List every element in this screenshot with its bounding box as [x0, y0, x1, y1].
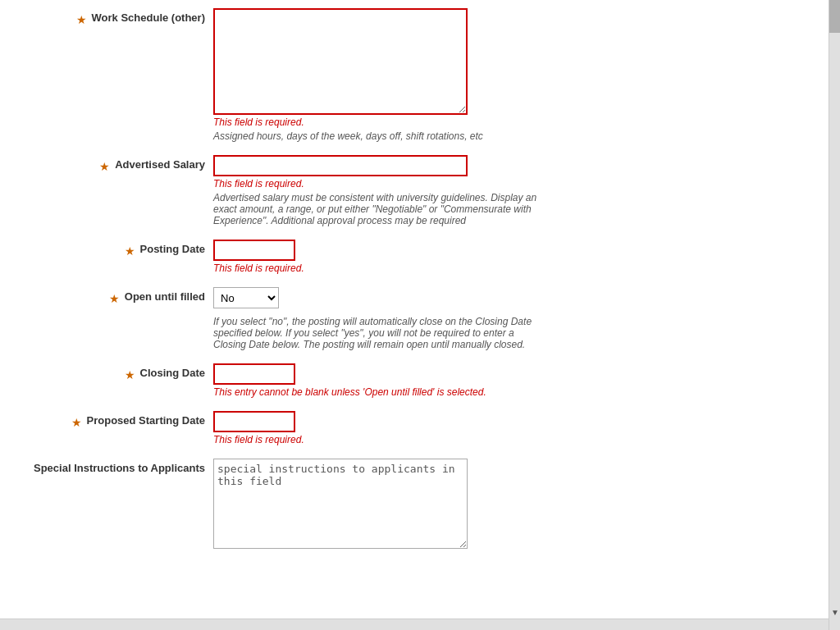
posting-date-error: This field is required.	[213, 262, 796, 274]
scrollbar-bottom[interactable]	[0, 619, 829, 630]
closing-date-input[interactable]	[213, 363, 295, 385]
work-schedule-textarea[interactable]	[213, 8, 468, 115]
scrollbar-right[interactable]: ▼	[829, 0, 840, 630]
special-instructions-label-col: ★ Special Instructions to Applicants	[16, 459, 213, 477]
page-wrapper: ★ Work Schedule (other) This field is re…	[0, 0, 840, 630]
work-schedule-row: ★ Work Schedule (other) This field is re…	[16, 8, 796, 142]
scrollbar-thumb[interactable]	[829, 0, 840, 33]
work-schedule-hint: Assigned hours, days of the week, days o…	[213, 130, 550, 142]
advertised-salary-star: ★	[99, 160, 110, 173]
advertised-salary-input[interactable]	[213, 155, 468, 176]
advertised-salary-field-col: This field is required. Advertised salar…	[213, 155, 796, 226]
form-container: ★ Work Schedule (other) This field is re…	[0, 0, 829, 578]
advertised-salary-hint: Advertised salary must be consistent wit…	[213, 192, 550, 226]
proposed-starting-date-field-col: This field is required.	[213, 411, 796, 445]
main-content: ★ Work Schedule (other) This field is re…	[0, 0, 829, 619]
closing-date-error: This entry cannot be blank unless 'Open …	[213, 386, 525, 398]
closing-date-field-col: This entry cannot be blank unless 'Open …	[213, 363, 796, 398]
advertised-salary-label-col: ★ Advertised Salary	[16, 155, 213, 173]
closing-date-label: Closing Date	[140, 367, 205, 379]
special-instructions-row: ★ Special Instructions to Applicants spe…	[16, 459, 796, 549]
posting-date-field-col: This field is required.	[213, 240, 796, 274]
posting-date-star: ★	[125, 244, 135, 258]
open-until-filled-star: ★	[109, 292, 120, 305]
proposed-starting-date-label-col: ★ Proposed Starting Date	[16, 411, 213, 429]
closing-date-label-col: ★ Closing Date	[16, 363, 213, 381]
closing-date-star: ★	[125, 368, 135, 381]
posting-date-label: Posting Date	[140, 243, 205, 255]
proposed-starting-date-row: ★ Proposed Starting Date This field is r…	[16, 411, 796, 445]
special-instructions-textarea[interactable]: special instructions to applicants in th…	[213, 459, 468, 549]
proposed-starting-date-star: ★	[71, 416, 82, 429]
closing-date-row: ★ Closing Date This entry cannot be blan…	[16, 363, 796, 398]
work-schedule-label: Work Schedule (other)	[92, 11, 205, 24]
posting-date-label-col: ★ Posting Date	[16, 240, 213, 258]
proposed-starting-date-error: This field is required.	[213, 434, 796, 445]
open-until-filled-label: Open until filled	[125, 290, 205, 303]
proposed-starting-date-input[interactable]	[213, 411, 295, 432]
open-until-filled-select-wrapper: No Yes	[213, 287, 796, 308]
posting-date-row: ★ Posting Date This field is required.	[16, 240, 796, 274]
advertised-salary-label: Advertised Salary	[115, 158, 205, 171]
work-schedule-error: This field is required.	[213, 116, 796, 128]
work-schedule-field-col: This field is required. Assigned hours, …	[213, 8, 796, 142]
posting-date-input[interactable]	[213, 240, 295, 261]
scroll-down-button[interactable]: ▼	[829, 608, 840, 617]
open-until-filled-field-col: No Yes If you select "no", the posting w…	[213, 287, 796, 350]
advertised-salary-error: This field is required.	[213, 178, 796, 189]
work-schedule-label-col: ★ Work Schedule (other)	[16, 8, 213, 26]
work-schedule-star: ★	[76, 13, 87, 26]
open-until-filled-select[interactable]: No Yes	[213, 287, 279, 308]
open-until-filled-hint: If you select "no", the posting will aut…	[213, 316, 550, 350]
advertised-salary-row: ★ Advertised Salary This field is requir…	[16, 155, 796, 226]
open-until-filled-row: ★ Open until filled No Yes If you select…	[16, 287, 796, 350]
open-until-filled-label-col: ★ Open until filled	[16, 287, 213, 305]
proposed-starting-date-label: Proposed Starting Date	[87, 414, 205, 427]
special-instructions-label: Special Instructions to Applicants	[34, 462, 205, 474]
special-instructions-field-col: special instructions to applicants in th…	[213, 459, 796, 549]
